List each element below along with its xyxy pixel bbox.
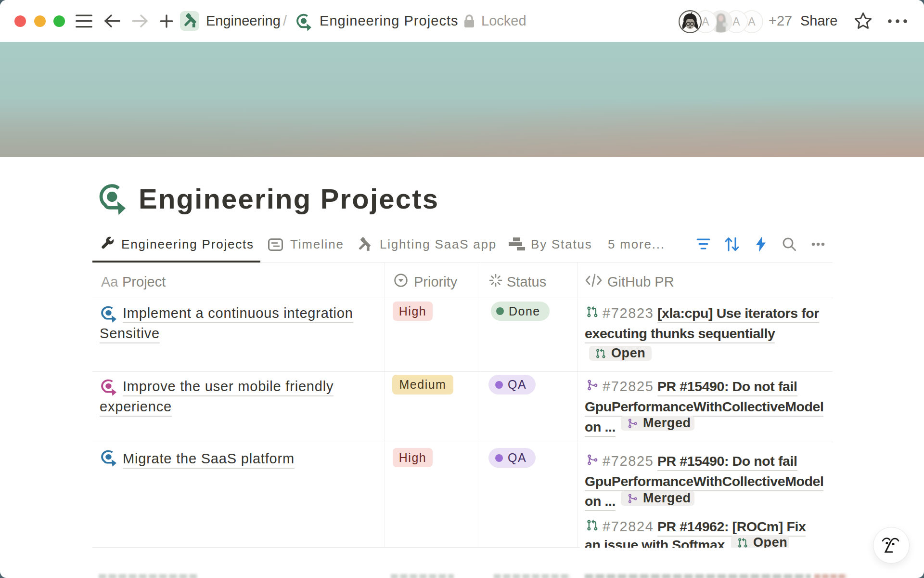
- svg-text:A: A: [748, 15, 756, 28]
- svg-text:A: A: [732, 15, 740, 28]
- svg-text:A: A: [702, 15, 709, 28]
